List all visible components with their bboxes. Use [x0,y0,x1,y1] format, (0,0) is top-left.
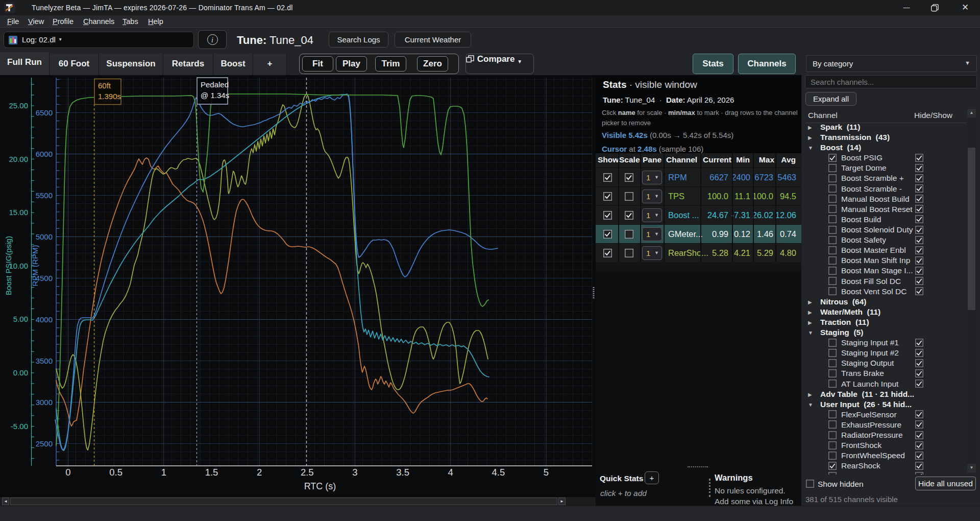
svg-text:@ 1.34s: @ 1.34s [201,91,229,100]
svg-text:1: 1 [161,467,166,478]
svg-text:Boost PSIG(psig): Boost PSIG(psig) [4,236,13,295]
svg-text:1.5: 1.5 [205,467,218,478]
svg-text:3000: 3000 [36,398,53,407]
svg-text:4.5: 4.5 [492,467,505,478]
svg-text:4000: 4000 [36,315,53,324]
svg-text:0.00: 0.00 [13,368,28,377]
svg-text:15.00: 15.00 [9,208,28,217]
svg-text:5: 5 [544,467,549,478]
svg-text:0: 0 [65,467,70,478]
svg-text:4: 4 [448,467,453,478]
svg-text:25.00: 25.00 [9,101,28,110]
svg-text:2: 2 [257,467,262,478]
svg-text:5.00: 5.00 [13,315,28,323]
svg-text:3500: 3500 [36,357,53,365]
svg-text:6000: 6000 [36,150,53,158]
svg-text:0.5: 0.5 [109,467,122,478]
svg-text:Pedaled: Pedaled [201,80,229,89]
svg-text:20.00: 20.00 [9,155,28,163]
svg-text:6500: 6500 [36,108,53,117]
svg-text:2.5: 2.5 [301,467,314,478]
svg-text:5500: 5500 [36,191,53,200]
svg-text:2500: 2500 [36,439,53,448]
svg-text:RPM (RPM): RPM (RPM) [31,245,39,287]
svg-text:60ft: 60ft [98,81,111,90]
svg-text:RTC (s): RTC (s) [304,481,336,491]
svg-text:1.390s: 1.390s [98,92,121,101]
svg-text:5000: 5000 [36,232,53,241]
svg-text:-5.00: -5.00 [11,422,28,431]
svg-text:3.5: 3.5 [396,467,409,478]
svg-text:3: 3 [352,467,357,478]
